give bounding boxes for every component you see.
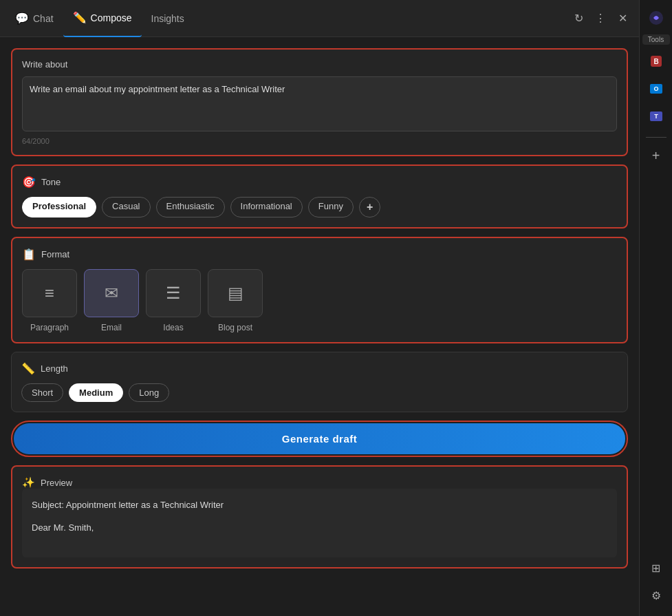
length-header: 📏 Length bbox=[21, 362, 618, 375]
tone-add[interactable]: + bbox=[359, 197, 380, 217]
tone-professional[interactable]: Professional bbox=[22, 197, 96, 217]
format-grid: ≡ Paragraph ✉ Email ☰ Ideas ▤ Blog post bbox=[22, 269, 617, 332]
format-blog[interactable]: ▤ Blog post bbox=[208, 269, 263, 332]
format-blog-label: Blog post bbox=[218, 323, 252, 332]
format-icon: 📋 bbox=[22, 248, 36, 261]
top-nav: 💬 Chat ✏️ Compose Insights ↻ ⋮ ✕ bbox=[0, 0, 639, 37]
preview-greeting: Dear Mr. Smith, bbox=[32, 521, 607, 535]
length-long[interactable]: Long bbox=[129, 383, 169, 402]
chat-icon: 💬 bbox=[15, 12, 29, 25]
format-ideas-box[interactable]: ☰ bbox=[146, 269, 201, 317]
tone-enthusiastic[interactable]: Enthusiastic bbox=[156, 197, 225, 217]
length-chips: Short Medium Long bbox=[21, 383, 618, 402]
format-paragraph-box[interactable]: ≡ bbox=[22, 269, 77, 317]
svg-text:B: B bbox=[653, 58, 658, 65]
format-section: 📋 Format ≡ Paragraph ✉ Email ☰ Ideas ▤ bbox=[11, 237, 628, 343]
sidebar-tools-label: Tools bbox=[642, 34, 670, 45]
char-count: 64/2000 bbox=[22, 137, 617, 145]
close-button[interactable]: ✕ bbox=[611, 8, 633, 30]
tab-insights-label: Insights bbox=[151, 13, 184, 24]
preview-subject: Subject: Appointment letter as a Technic… bbox=[32, 498, 607, 513]
tab-insights[interactable]: Insights bbox=[142, 0, 194, 37]
sidebar-brief-icon[interactable]: B bbox=[644, 49, 669, 74]
refresh-button[interactable]: ↻ bbox=[567, 8, 589, 30]
sidebar-teams-icon[interactable]: T bbox=[644, 104, 669, 129]
svg-text:T: T bbox=[654, 113, 658, 120]
sidebar-copilot-icon[interactable] bbox=[644, 6, 669, 30]
format-ideas-label: Ideas bbox=[163, 323, 183, 332]
preview-sparkle-icon: ✨ bbox=[22, 476, 35, 489]
length-section: 📏 Length Short Medium Long bbox=[11, 352, 628, 412]
preview-content: Subject: Appointment letter as a Technic… bbox=[22, 489, 617, 557]
length-medium[interactable]: Medium bbox=[69, 383, 123, 402]
tone-header: 🎯 Tone bbox=[22, 176, 617, 189]
length-label: Length bbox=[41, 363, 68, 374]
length-icon: 📏 bbox=[21, 362, 35, 375]
format-email[interactable]: ✉ Email bbox=[84, 269, 139, 332]
format-paragraph-label: Paragraph bbox=[30, 323, 69, 332]
tab-chat-label: Chat bbox=[33, 13, 54, 24]
tone-label: Tone bbox=[41, 177, 61, 187]
svg-text:O: O bbox=[653, 85, 658, 92]
more-button[interactable]: ⋮ bbox=[589, 8, 611, 30]
preview-section: ✨ Preview Subject: Appointment letter as… bbox=[11, 465, 628, 569]
write-about-section: Write about Write an email about my appo… bbox=[11, 48, 628, 156]
format-paragraph[interactable]: ≡ Paragraph bbox=[22, 269, 77, 332]
format-email-box[interactable]: ✉ bbox=[84, 269, 139, 317]
tone-informational[interactable]: Informational bbox=[230, 197, 303, 217]
sidebar-add-button[interactable]: + bbox=[644, 143, 669, 168]
tone-chips: Professional Casual Enthusiastic Informa… bbox=[22, 197, 617, 217]
tab-chat[interactable]: 💬 Chat bbox=[6, 0, 63, 37]
tone-icon: 🎯 bbox=[22, 176, 36, 189]
length-short[interactable]: Short bbox=[21, 383, 63, 402]
write-about-label: Write about bbox=[22, 59, 617, 70]
tab-compose[interactable]: ✏️ Compose bbox=[63, 0, 142, 37]
compose-icon: ✏️ bbox=[73, 11, 87, 24]
sidebar-divider bbox=[646, 137, 666, 138]
preview-label: Preview bbox=[41, 478, 72, 488]
tone-funny[interactable]: Funny bbox=[308, 197, 354, 217]
right-sidebar: Tools B O T + ⊞ ⚙ bbox=[639, 0, 672, 616]
generate-draft-button[interactable]: Generate draft bbox=[14, 423, 625, 454]
format-blog-box[interactable]: ▤ bbox=[208, 269, 263, 317]
format-ideas[interactable]: ☰ Ideas bbox=[146, 269, 201, 332]
sidebar-settings-icon[interactable]: ⚙ bbox=[644, 583, 669, 608]
tone-casual[interactable]: Casual bbox=[102, 197, 150, 217]
sidebar-grid-icon[interactable]: ⊞ bbox=[644, 555, 669, 580]
format-header: 📋 Format bbox=[22, 248, 617, 261]
generate-wrapper: Generate draft bbox=[11, 421, 628, 457]
sidebar-outlook-icon[interactable]: O bbox=[644, 76, 669, 101]
format-label: Format bbox=[41, 249, 69, 259]
write-about-input[interactable]: Write an email about my appointment lett… bbox=[22, 76, 617, 131]
content-area: Write about Write an email about my appo… bbox=[0, 37, 639, 616]
tab-compose-label: Compose bbox=[91, 12, 132, 23]
format-email-label: Email bbox=[101, 323, 122, 332]
tone-section: 🎯 Tone Professional Casual Enthusiastic … bbox=[11, 164, 628, 229]
preview-header: ✨ Preview bbox=[22, 476, 617, 489]
